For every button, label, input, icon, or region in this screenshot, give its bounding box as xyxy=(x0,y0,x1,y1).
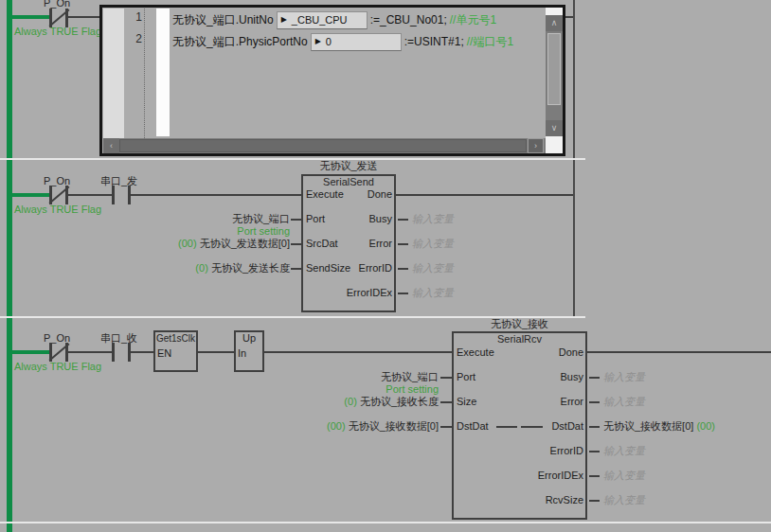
fb-pin-in: In xyxy=(238,347,246,360)
scroll-gap xyxy=(546,8,563,15)
scroll-down-button[interactable]: ∨ xyxy=(546,120,563,136)
operand-wire xyxy=(589,426,600,428)
fb-input-operand[interactable]: 无协议_端口 xyxy=(95,213,290,225)
fb-instance-name[interactable]: 无协议_发送 xyxy=(301,160,396,172)
contact-variable-label[interactable]: 串口_收 xyxy=(100,332,137,345)
st-code-rhs[interactable]: :=_CBU_No01; xyxy=(370,13,447,27)
rung-wire xyxy=(264,351,452,353)
scroll-right-button[interactable]: › xyxy=(528,138,544,153)
st-line-number: 1 xyxy=(125,10,142,25)
operand-text[interactable]: 无协议_端口 xyxy=(381,371,439,382)
fb-input-operand[interactable]: (00) 无协议_发送数据[0] xyxy=(95,238,290,250)
fb-type-name: SerialSend xyxy=(303,176,394,188)
fb-output-placeholder[interactable]: 输入变量 xyxy=(603,445,645,457)
fb-output-placeholder[interactable]: 输入变量 xyxy=(412,287,454,299)
st-dropdown-value: _CBU_CPU xyxy=(292,14,348,26)
rung-wire xyxy=(131,194,301,196)
operand-wire xyxy=(440,401,452,403)
operand-value-suffix: (00) xyxy=(696,420,715,432)
fb-input-operand[interactable]: 无协议_端口 xyxy=(246,371,439,383)
contact-comment: Always TRUE Flag xyxy=(14,26,101,38)
operand-wire xyxy=(589,475,600,477)
st-code-lhs[interactable]: 无协议_端口.UnitNo xyxy=(172,12,274,28)
fb-type-name: SerialRcv xyxy=(454,333,585,346)
dstdat-passthrough-wire xyxy=(521,426,543,428)
st-dropdown-port[interactable]: ▶0 xyxy=(311,33,402,51)
horizontal-scroll-thumb[interactable] xyxy=(119,139,527,152)
operand-text[interactable]: 无协议_接收长度 xyxy=(360,396,439,407)
operand-text[interactable]: 无协议_接收数据[0] xyxy=(349,420,439,432)
power-wire xyxy=(12,15,49,19)
section-divider xyxy=(0,316,585,318)
dstdat-passthrough-wire xyxy=(496,426,517,428)
st-gutter xyxy=(103,9,124,138)
operand-wire xyxy=(589,500,600,502)
fb-output-placeholder[interactable]: 输入变量 xyxy=(412,213,454,225)
operand-wire xyxy=(398,243,408,245)
power-wire xyxy=(12,193,49,197)
scroll-left-button[interactable]: ‹ xyxy=(103,138,119,153)
fb-type-name: Up xyxy=(234,332,264,345)
done-output-wire xyxy=(396,194,573,196)
fb-pin-errorid: ErrorID xyxy=(313,262,392,275)
power-wire xyxy=(12,350,49,354)
operand-wire xyxy=(589,401,600,403)
rung-wire xyxy=(68,16,101,18)
fb-pin-done: Done xyxy=(474,346,583,359)
st-code-rhs[interactable]: :=USINT#1; xyxy=(404,35,464,48)
fb-output-placeholder[interactable]: 输入变量 xyxy=(603,396,645,408)
operand-value-prefix: (00) xyxy=(327,420,346,432)
operand-comment: Port setting xyxy=(246,383,439,396)
operand-wire xyxy=(589,451,600,452)
rung-wire xyxy=(131,351,153,353)
fb-pin-busy: Busy xyxy=(313,213,392,225)
fb-output-placeholder[interactable]: 输入变量 xyxy=(412,262,454,275)
operand-wire xyxy=(398,268,408,270)
fb-pin-error: Error xyxy=(313,238,392,250)
operand-wire xyxy=(589,377,600,379)
st-code-line-1[interactable]: 无协议_端口.UnitNo ▶_CBU_CPU :=_CBU_No01; //单… xyxy=(172,10,496,29)
st-code-lhs[interactable]: 无协议_端口.PhysicPortNo xyxy=(172,34,308,50)
operand-text[interactable]: 无协议_端口 xyxy=(232,213,290,224)
scroll-up-button[interactable]: ∧ xyxy=(546,15,563,31)
left-power-rail xyxy=(7,0,12,532)
operand-text[interactable]: 无协议_接收数据[0] xyxy=(603,420,693,432)
contact-variable-label[interactable]: 串口_发 xyxy=(100,175,137,187)
fb-input-operand[interactable]: (00) 无协议_接收数据[0] xyxy=(246,420,439,433)
fb-pin-en: EN xyxy=(157,347,171,360)
fb-pin-erroridex: ErrorIDEx xyxy=(313,287,392,299)
vertical-scroll-thumb[interactable] xyxy=(547,33,561,105)
rung-wire xyxy=(68,194,112,196)
operand-value-prefix: (00) xyxy=(178,238,197,249)
inline-st-editor[interactable]: 1 2 无协议_端口.UnitNo ▶_CBU_CPU :=_CBU_No01;… xyxy=(99,5,565,156)
fb-output-placeholder[interactable]: 输入变量 xyxy=(412,238,454,250)
contact-bar xyxy=(112,186,115,204)
st-code-comment: //单元号1 xyxy=(450,12,496,28)
operand-wire xyxy=(440,426,452,428)
st-code-line-2[interactable]: 无协议_端口.PhysicPortNo ▶0 :=USINT#1; //端口号1 xyxy=(172,32,513,51)
contact-bar xyxy=(112,343,115,362)
fb-pin-rcvsize: RcvSize xyxy=(474,494,583,506)
fb-output-placeholder[interactable]: 输入变量 xyxy=(603,494,645,506)
operand-text[interactable]: 无协议_发送数据[0] xyxy=(200,238,290,249)
rung-wire xyxy=(68,351,112,353)
st-dropdown-cbu[interactable]: ▶_CBU_CPU xyxy=(277,11,368,29)
st-line-number: 2 xyxy=(125,32,142,46)
fb-pin-erroridex: ErrorIDEx xyxy=(474,470,583,482)
ladder-editor-canvas: { "colors": { "power_rail_green": "#0f8c… xyxy=(0,0,771,532)
operand-text[interactable]: 无协议_发送长度 xyxy=(211,262,290,274)
contact-comment: Always TRUE Flag xyxy=(14,204,101,216)
fb-output-operand[interactable]: 无协议_接收数据[0] (00) xyxy=(603,420,715,433)
fb-input-operand[interactable]: (0) 无协议_发送长度 xyxy=(95,262,290,275)
fb-input-operand[interactable]: (0) 无协议_接收长度 xyxy=(246,396,439,408)
operand-wire xyxy=(291,243,301,245)
operand-wire xyxy=(398,293,408,294)
dropdown-arrow-icon: ▶ xyxy=(315,38,321,45)
st-margin-strip xyxy=(156,9,170,136)
operand-wire xyxy=(440,377,452,379)
fb-output-placeholder[interactable]: 输入变量 xyxy=(603,470,645,482)
dropdown-arrow-icon: ▶ xyxy=(281,16,287,24)
fb-output-placeholder[interactable]: 输入变量 xyxy=(603,371,645,383)
fb-instance-name[interactable]: 无协议_接收 xyxy=(452,318,587,330)
fb-pin-done: Done xyxy=(313,188,392,201)
